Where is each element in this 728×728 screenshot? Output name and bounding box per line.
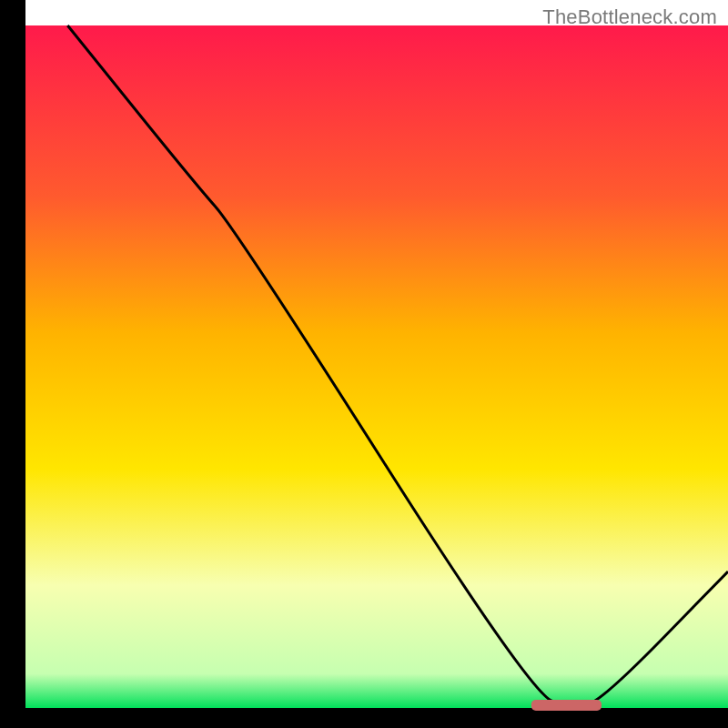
bottleneck-chart <box>0 0 728 728</box>
optimal-range-marker <box>531 700 602 711</box>
chart-container: { "watermark": "TheBottleneck.com", "cha… <box>0 0 728 728</box>
y-axis <box>0 0 25 728</box>
watermark-text: TheBottleneck.com <box>542 5 717 29</box>
x-axis <box>0 708 728 728</box>
plot-area <box>25 25 728 708</box>
